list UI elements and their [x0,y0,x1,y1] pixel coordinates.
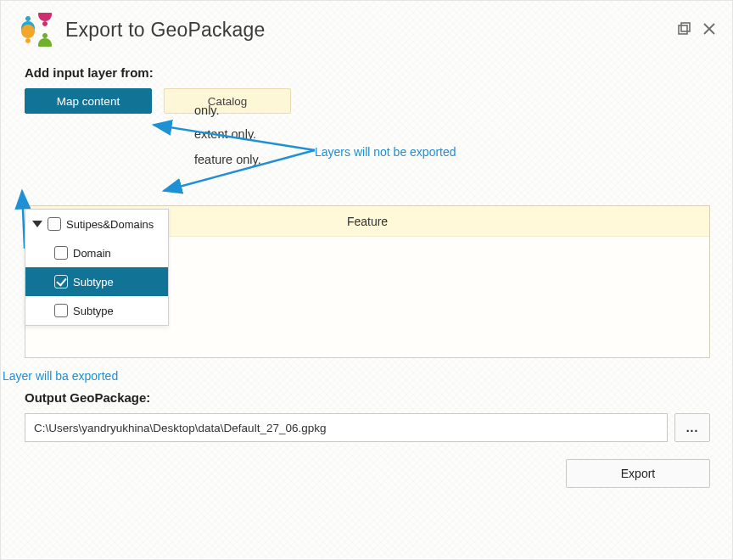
output-label: Output GeoPackage: [25,390,710,405]
tree-item-label: Subtype [73,305,114,317]
chevron-down-icon [32,221,42,227]
checkbox-subtype-checked[interactable] [54,275,68,288]
dialog-body: Add input layer from: Map content Catalo… [1,55,732,501]
svg-rect-1 [681,23,690,31]
svg-line-5 [154,125,315,150]
tab-map-content[interactable]: Map content [25,88,152,114]
close-icon[interactable] [702,21,717,39]
tree-item-domain[interactable]: Domain [25,238,168,267]
svg-rect-0 [679,25,687,34]
checkbox-subtype[interactable] [54,304,68,317]
tab-catalog[interactable]: Catalog [164,88,291,114]
tree-item-subtype-selected[interactable]: Subtype [25,267,168,296]
titlebar: Export to GeoPackage [1,1,732,55]
dialog-title: Export to GeoPackage [65,19,265,42]
layer-tree-dropdown[interactable]: Sutipes&Domains Domain Subtype Subtype [25,209,169,326]
tree-item-label: Domain [73,247,111,260]
checkbox-domain[interactable] [54,246,68,260]
source-tabs: Map content Catalog [25,88,710,114]
checkbox-root[interactable] [48,217,61,231]
export-button[interactable]: Export [566,459,710,488]
annotation-not-exported: Layers will not be exported [315,145,456,159]
svg-line-6 [164,150,315,191]
add-layer-label: Add input layer from: [25,65,710,80]
browse-button[interactable]: ... [674,413,710,442]
tree-root-label: Sutipes&Domains [66,218,154,231]
dialog-window: Export to GeoPackage Add input layer fro… [0,0,733,560]
tree-item-label: Subtype [73,276,114,288]
app-logo-icon [20,13,53,47]
radio-options-partial: only. extent only. feature only. [194,127,261,173]
restore-window-icon[interactable] [676,21,691,39]
annotation-will-export: Layer will ba exported [3,369,118,383]
tree-item-subtype[interactable]: Subtype [25,296,168,325]
tree-root-row[interactable]: Sutipes&Domains [25,210,168,238]
output-path-input[interactable] [25,413,668,442]
